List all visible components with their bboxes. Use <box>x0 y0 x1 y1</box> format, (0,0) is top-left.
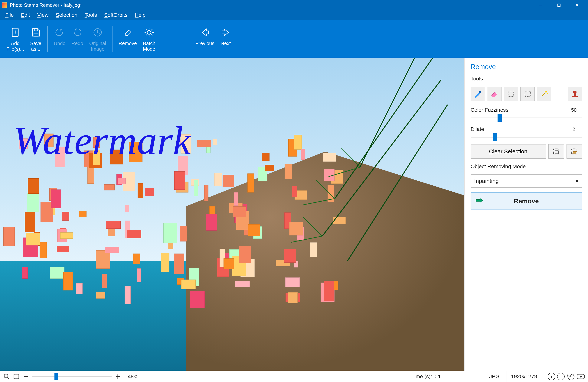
svg-rect-35 <box>572 96 578 97</box>
arrow-right-icon <box>476 197 483 205</box>
dilate-value[interactable]: 2 <box>566 125 582 133</box>
minimize-button[interactable] <box>532 0 550 10</box>
toolbar-label: Next <box>221 41 231 46</box>
mode-select-value: Inpainting <box>474 178 499 184</box>
toolbar-label: Remove <box>119 41 137 46</box>
time-label: Time (s): 0.1 <box>407 371 445 382</box>
file-plus-icon <box>10 26 21 39</box>
stamp-tool[interactable] <box>568 87 582 101</box>
rectangle-select-tool[interactable] <box>504 87 518 101</box>
svg-rect-40 <box>14 375 19 378</box>
undo-icon <box>54 26 65 39</box>
menu-selection[interactable]: Selection <box>56 12 78 18</box>
zoom-actual-button[interactable] <box>3 373 10 380</box>
close-button[interactable] <box>568 0 586 10</box>
mode-select[interactable]: Inpainting ▾ <box>471 174 582 188</box>
svg-point-10 <box>147 31 151 34</box>
image-canvas[interactable]: Watermark <box>0 58 464 371</box>
maximize-button[interactable] <box>550 0 568 10</box>
svg-point-38 <box>4 374 8 378</box>
panel-heading: Remove <box>471 63 582 71</box>
svg-point-34 <box>544 91 545 91</box>
remove-action-button[interactable]: Remove <box>471 193 582 209</box>
redo-icon <box>72 26 83 39</box>
arrow-right-icon <box>220 26 231 39</box>
original-image-button: OriginalImage <box>86 24 109 54</box>
dimensions-label: 1920x1279 <box>506 371 541 382</box>
zoom-percent-label: 48% <box>128 374 138 380</box>
toolbar-separator <box>47 26 48 52</box>
zoom-in-button[interactable] <box>114 373 121 380</box>
add-files-button[interactable]: AddFile(s)... <box>3 24 27 54</box>
facebook-icon[interactable]: f <box>557 373 565 380</box>
dilate-label: Dilate <box>471 126 484 132</box>
eraser-icon <box>122 26 133 39</box>
status-empty <box>448 371 482 382</box>
menu-edit[interactable]: Edit <box>21 12 30 18</box>
menu-view[interactable]: View <box>37 12 48 18</box>
batch-mode-button[interactable]: BatchMode <box>140 24 159 54</box>
titlebar: Photo Stamp Remover - italy.jpg* <box>0 0 588 10</box>
svg-line-31 <box>542 93 546 96</box>
eraser-tool[interactable] <box>487 87 502 101</box>
svg-point-32 <box>546 91 547 93</box>
twitter-icon[interactable] <box>567 373 575 380</box>
next-button[interactable]: Next <box>217 24 234 54</box>
zoom-slider[interactable] <box>32 376 112 377</box>
save-icon <box>31 26 41 39</box>
app-icon <box>2 2 7 8</box>
remove-action-label: Remove <box>514 197 539 205</box>
zoom-fit-button[interactable] <box>13 373 20 380</box>
redo-button: Redo <box>68 24 86 54</box>
format-label: JPG <box>485 371 504 382</box>
save-as-button[interactable]: Saveas... <box>27 24 44 54</box>
image-display: Watermark <box>0 58 464 371</box>
tools-label: Tools <box>471 76 582 82</box>
object-removing-mode-label: Object Removing Mode <box>471 163 582 170</box>
dilate-slider[interactable] <box>471 135 582 139</box>
remove-button[interactable]: Remove <box>116 24 140 54</box>
svg-rect-30 <box>508 91 514 97</box>
chevron-down-icon: ▾ <box>576 178 578 184</box>
toolbar-label: AddFile(s)... <box>6 41 24 52</box>
side-panel: Remove Tools Color Fuzziness 50 <box>464 58 588 371</box>
svg-line-16 <box>151 35 152 36</box>
menu-help[interactable]: Help <box>135 12 146 18</box>
undo-button: Undo <box>51 24 68 54</box>
load-selection-button[interactable] <box>567 144 582 159</box>
svg-line-15 <box>146 29 147 30</box>
color-fuzziness-value[interactable]: 50 <box>566 106 582 114</box>
history-icon <box>92 26 103 39</box>
marker-tool[interactable] <box>471 87 485 101</box>
toolbar-separator <box>112 26 112 52</box>
toolbar-label: Previous <box>195 41 214 46</box>
window-title: Photo Stamp Remover - italy.jpg* <box>10 2 532 8</box>
svg-rect-8 <box>34 29 37 31</box>
svg-rect-36 <box>553 149 559 154</box>
watermark-text: Watermark <box>13 118 191 163</box>
tool-row <box>471 87 582 101</box>
magic-wand-tool[interactable] <box>537 87 551 101</box>
toolbar-label: Redo <box>71 41 83 46</box>
save-selection-button[interactable] <box>548 144 564 159</box>
youtube-icon[interactable] <box>577 373 585 380</box>
svg-point-33 <box>547 93 548 94</box>
info-icon[interactable]: i <box>548 373 555 380</box>
previous-button[interactable]: Previous <box>192 24 217 54</box>
toolbar-label: Saveas... <box>30 41 41 52</box>
zoom-out-button[interactable] <box>23 373 30 380</box>
svg-line-18 <box>146 35 147 36</box>
svg-line-17 <box>151 29 152 30</box>
menu-softorbits[interactable]: SoftOrbits <box>104 12 127 18</box>
color-fuzziness-slider[interactable] <box>471 116 582 120</box>
clear-selection-button[interactable]: Clear Selection <box>471 144 546 159</box>
menu-file[interactable]: File <box>5 12 14 18</box>
gear-icon <box>144 26 154 39</box>
toolbar-label: BatchMode <box>143 41 155 52</box>
svg-marker-45 <box>580 375 582 378</box>
svg-rect-7 <box>34 33 38 36</box>
statusbar: 48% Time (s): 0.1 JPG 1920x1279 i f <box>0 371 588 382</box>
lasso-tool[interactable] <box>520 87 535 101</box>
toolbar: AddFile(s)... Saveas... Undo Redo Origin… <box>0 20 588 58</box>
menu-tools[interactable]: Tools <box>85 12 97 18</box>
